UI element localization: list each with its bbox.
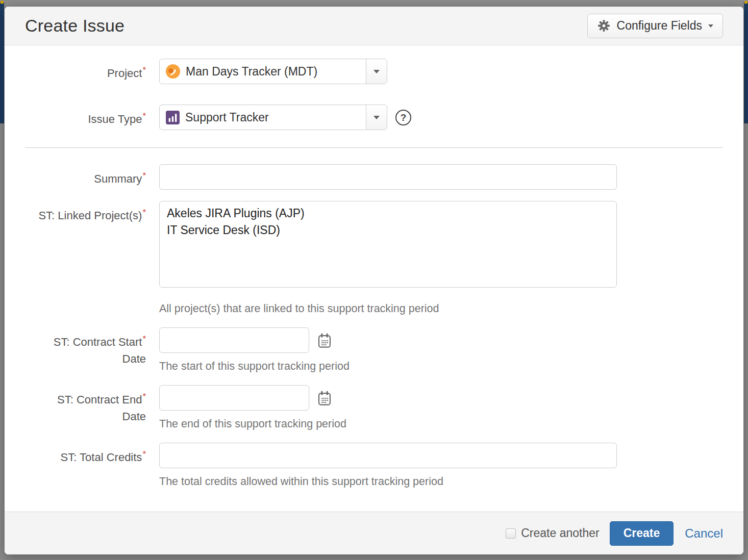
- caret-down-icon: [373, 70, 380, 73]
- linked-projects-label: ST: Linked Project(s)*: [25, 201, 146, 224]
- field-row-issue-type: Issue Type* Support Tracker: [25, 105, 723, 130]
- issue-type-dropdown-button[interactable]: [366, 105, 387, 130]
- contract-end-input[interactable]: [159, 385, 309, 411]
- total-credits-label: ST: Total Credits*: [25, 443, 146, 466]
- contract-start-description: The start of this support tracking perio…: [159, 360, 723, 373]
- project-dropdown-button[interactable]: [366, 59, 387, 84]
- contract-start-label: ST: Contract Start*Date: [25, 327, 146, 367]
- contract-end-label: ST: Contract End*Date: [25, 385, 146, 425]
- field-row-total-credits: ST: Total Credits* The total credits all…: [25, 443, 723, 488]
- project-label: Project*: [25, 59, 146, 82]
- project-avatar-icon: [166, 64, 180, 79]
- field-row-linked-projects: ST: Linked Project(s)* Akeles JIRA Plugi…: [25, 201, 723, 315]
- issue-type-selected-value[interactable]: Support Tracker: [160, 105, 366, 130]
- required-marker: *: [142, 208, 146, 217]
- configure-fields-button[interactable]: Configure Fields: [587, 14, 723, 38]
- cancel-link[interactable]: Cancel: [685, 526, 723, 541]
- linked-projects-description: All project(s) that are linked to this s…: [159, 302, 723, 315]
- dialog-header: Create Issue Configure Fields: [5, 7, 743, 45]
- issue-type-select[interactable]: Support Tracker: [159, 105, 387, 130]
- multiselect-option[interactable]: Akeles JIRA Plugins (AJP): [160, 205, 616, 222]
- configure-fields-label: Configure Fields: [617, 19, 702, 33]
- field-row-summary: Summary*: [25, 164, 723, 190]
- multiselect-option[interactable]: IT Service Desk (ISD): [160, 222, 616, 239]
- required-marker: *: [142, 334, 146, 344]
- gear-icon: [597, 19, 611, 33]
- contract-start-input[interactable]: [159, 327, 309, 353]
- required-marker: *: [142, 171, 146, 181]
- dialog-title: Create Issue: [25, 16, 124, 36]
- issue-type-label: Issue Type*: [25, 105, 146, 128]
- section-divider: [25, 147, 723, 148]
- create-another-label[interactable]: Create another: [521, 526, 599, 540]
- required-marker: *: [142, 111, 146, 121]
- backdrop-accent: [1, 1, 4, 4]
- caret-down-icon: [373, 116, 380, 119]
- project-select[interactable]: Man Days Tracker (MDT): [159, 59, 387, 84]
- contract-end-description: The end of this support tracking period: [159, 417, 723, 430]
- field-row-contract-end: ST: Contract End*Date: [25, 385, 723, 430]
- calendar-icon[interactable]: [317, 391, 332, 408]
- backdrop-header-strip: [744, 2, 748, 123]
- project-selected-value[interactable]: Man Days Tracker (MDT): [160, 59, 366, 84]
- required-marker: *: [142, 65, 146, 75]
- linked-projects-multiselect[interactable]: Akeles JIRA Plugins (AJP) IT Service Des…: [159, 201, 617, 288]
- bar-chart-icon: [166, 111, 180, 124]
- project-value-text: Man Days Tracker (MDT): [186, 65, 317, 79]
- dialog-footer: Create another Create Cancel: [5, 512, 743, 554]
- question-circle-icon[interactable]: ?: [395, 110, 411, 125]
- summary-label: Summary*: [25, 164, 146, 187]
- create-issue-dialog: Create Issue Configure Fields Project*: [4, 6, 744, 555]
- field-row-project: Project* Man Days Tracker (MDT): [25, 59, 723, 84]
- create-another-checkbox[interactable]: [506, 528, 516, 539]
- total-credits-description: The total credits allowed within this su…: [159, 475, 723, 488]
- create-button[interactable]: Create: [610, 521, 674, 546]
- calendar-icon[interactable]: [317, 333, 332, 350]
- summary-input[interactable]: [159, 164, 617, 190]
- required-marker: *: [142, 392, 146, 401]
- backdrop-header-strip: [0, 2, 4, 123]
- issue-type-value-text: Support Tracker: [185, 111, 269, 124]
- chevron-down-icon: [708, 24, 713, 28]
- backdrop-accent: [744, 1, 747, 4]
- total-credits-input[interactable]: [159, 443, 617, 468]
- field-row-contract-start: ST: Contract Start*Date: [25, 327, 723, 373]
- dialog-body: Project* Man Days Tracker (MDT): [5, 45, 743, 512]
- required-marker: *: [142, 449, 146, 459]
